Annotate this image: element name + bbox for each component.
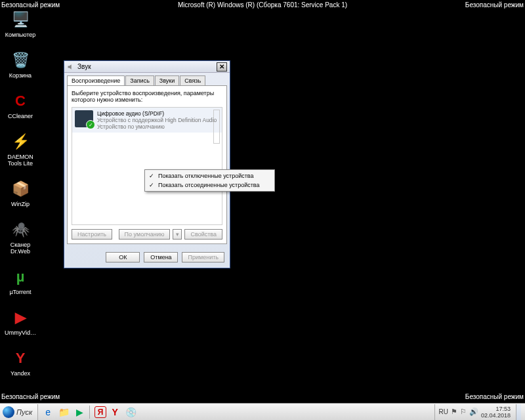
ummy-icon: ▶ xyxy=(10,307,31,328)
quicklaunch: e 📁 ▶ Я Y 💿 xyxy=(38,405,140,419)
daemon-tools-icon: ⚡ xyxy=(10,131,31,152)
recycle-bin-icon: 🗑️ xyxy=(10,50,31,71)
icon-label: Компьютер xyxy=(5,32,36,38)
tab-content: Выберите устройство воспроизведения, пар… xyxy=(67,85,227,244)
window-title: Звук xyxy=(77,63,217,70)
winzip-icon: 📦 xyxy=(10,178,31,200)
vu-meter xyxy=(213,110,220,144)
ctx-show-disabled[interactable]: ✓Показать отключенные устройства xyxy=(146,171,273,180)
yandex-icon: Y xyxy=(10,348,31,369)
windows-watermark: Microsoft (R) Windows (R) (Сборка 7601: … xyxy=(178,1,347,9)
yandex-search-icon[interactable]: Я xyxy=(94,406,106,418)
safemode-label: Безопасный режим xyxy=(465,393,524,400)
separator xyxy=(89,406,92,419)
yandex-browser-icon[interactable]: Y xyxy=(108,405,122,419)
safemode-label: Безопасный режим xyxy=(1,393,60,400)
device-desc: Устройство с поддержкой High Definition … xyxy=(97,117,217,123)
time-text: 17:53 xyxy=(481,406,511,412)
desktop-icon-utorrent[interactable]: µµTorrent xyxy=(4,266,37,295)
safemode-label: Безопасный режим xyxy=(465,1,524,9)
lang-indicator[interactable]: RU xyxy=(439,408,448,415)
dialog-button-row: ОК Отмена Применить xyxy=(64,247,230,268)
taskbar: Пуск e 📁 ▶ Я Y 💿 RU ⚑ ⚐ 🔊 17:53 02.04.20… xyxy=(0,403,525,420)
explorer-icon[interactable]: 📁 xyxy=(56,405,71,419)
device-icon xyxy=(75,110,93,127)
icon-label: Сканер Dr.Web xyxy=(4,242,37,255)
tab-comms[interactable]: Связь xyxy=(180,75,205,85)
default-dropdown: ▾ xyxy=(173,229,182,240)
tab-recording[interactable]: Запись xyxy=(125,75,154,85)
desktop-icon-computer[interactable]: 🖥️Компьютер xyxy=(4,9,37,38)
context-menu: ✓Показать отключенные устройства ✓Показа… xyxy=(144,169,275,192)
apply-button: Применить xyxy=(182,252,224,262)
config-button-row: Настроить По умолчанию ▾ Свойства xyxy=(72,229,222,240)
icon-label: µTorrent xyxy=(9,289,31,295)
start-button[interactable]: Пуск xyxy=(0,404,38,420)
device-item[interactable]: Цифровое аудио (S/PDIF) Устройство с под… xyxy=(72,108,222,133)
desktop-icon-ccleaner[interactable]: CCCleaner xyxy=(4,91,37,119)
desktop-icon-winzip[interactable]: 📦WinZip xyxy=(4,178,37,207)
start-label: Пуск xyxy=(16,408,32,416)
desktop-icon-ummy[interactable]: ▶UmmyVid… xyxy=(4,307,37,336)
icon-label: Yandex xyxy=(10,370,30,377)
tab-playback[interactable]: Воспроизведение xyxy=(67,75,125,85)
tab-strip: Воспроизведение Запись Звуки Связь xyxy=(64,73,230,85)
desktop-icon-drweb[interactable]: 🕷️Сканер Dr.Web xyxy=(4,219,37,255)
disc-icon[interactable]: 💿 xyxy=(123,405,138,419)
instruction-text: Выберите устройство воспроизведения, пар… xyxy=(72,90,222,103)
icon-label: UmmyVid… xyxy=(5,329,36,336)
flag-icon[interactable]: ⚑ xyxy=(451,408,457,416)
ccleaner-icon: C xyxy=(10,91,31,112)
close-button[interactable]: ✕ xyxy=(217,62,227,72)
ok-button[interactable]: ОК xyxy=(106,252,140,262)
ie-icon[interactable]: e xyxy=(41,405,55,419)
volume-icon[interactable]: 🔊 xyxy=(469,408,478,416)
desktop-icon-daemon-tools[interactable]: ⚡DAEMON Tools Lite xyxy=(4,131,37,167)
ctx-show-disconnected[interactable]: ✓Показать отсоединенные устройства xyxy=(146,180,273,190)
properties-button: Свойства xyxy=(184,229,222,240)
computer-icon: 🖥️ xyxy=(10,9,31,30)
ctx-label: Показать отсоединенные устройства xyxy=(158,182,260,188)
device-info: Цифровое аудио (S/PDIF) Устройство с под… xyxy=(97,110,217,130)
mediaplayer-icon[interactable]: ▶ xyxy=(72,405,87,419)
check-icon: ✓ xyxy=(149,173,154,179)
desktop-icon-recycle-bin[interactable]: 🗑️Корзина xyxy=(4,50,37,79)
drweb-icon: 🕷️ xyxy=(10,219,31,240)
check-icon: ✓ xyxy=(149,182,154,188)
desktop-icons-column: 🖥️Компьютер🗑️КорзинаCCCleaner⚡DAEMON Too… xyxy=(4,9,37,377)
icon-label: Корзина xyxy=(9,72,32,79)
cancel-button[interactable]: Отмена xyxy=(144,252,178,262)
device-list[interactable]: Цифровое аудио (S/PDIF) Устройство с под… xyxy=(72,107,222,225)
device-name: Цифровое аудио (S/PDIF) xyxy=(97,110,217,117)
titlebar[interactable]: Звук ✕ xyxy=(64,61,230,73)
windows-orb-icon xyxy=(3,406,14,418)
action-center-icon[interactable]: ⚐ xyxy=(460,408,467,416)
desktop-icon-yandex[interactable]: YYandex xyxy=(4,348,37,377)
device-status: Устройство по умолчанию xyxy=(97,123,217,130)
system-tray: RU ⚑ ⚐ 🔊 17:53 02.04.2018 xyxy=(434,404,526,420)
utorrent-icon: µ xyxy=(10,266,31,287)
clock[interactable]: 17:53 02.04.2018 xyxy=(481,406,513,419)
icon-label: WinZip xyxy=(11,201,30,207)
icon-label: DAEMON Tools Lite xyxy=(4,154,37,167)
ctx-label: Показать отключенные устройства xyxy=(158,173,254,179)
icon-label: CCleaner xyxy=(8,113,33,119)
safemode-label: Безопасный режим xyxy=(1,1,60,9)
configure-button: Настроить xyxy=(72,229,112,240)
set-default-button: По умолчанию xyxy=(119,229,171,240)
date-text: 02.04.2018 xyxy=(481,412,511,419)
speaker-icon xyxy=(67,63,75,71)
show-desktop-button[interactable] xyxy=(516,404,521,420)
sound-dialog: Звук ✕ Воспроизведение Запись Звуки Связ… xyxy=(64,60,230,268)
tab-sounds[interactable]: Звуки xyxy=(155,75,179,85)
